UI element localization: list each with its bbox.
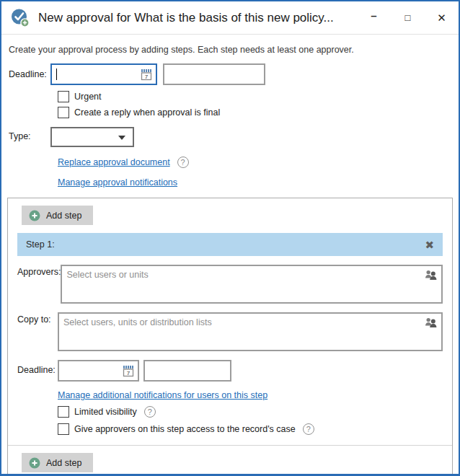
dialog-content: Create your approval process by adding s…: [1, 35, 459, 476]
approvers-input[interactable]: Select users or units: [61, 265, 443, 304]
deadline-date-input[interactable]: 7: [50, 63, 157, 85]
add-step-button-bottom[interactable]: Add step: [22, 453, 93, 472]
deadline-row: Deadline: 7: [9, 63, 453, 85]
intro-text: Create your approval process by adding s…: [9, 45, 453, 55]
text-caret: [56, 69, 57, 80]
step-deadline-date-input[interactable]: 7: [58, 360, 139, 382]
maximize-button[interactable]: □: [391, 1, 425, 34]
minimize-button[interactable]: –: [357, 1, 391, 34]
case-access-checkbox[interactable]: [58, 423, 69, 435]
copy-to-input[interactable]: Select users, units or distribution list…: [58, 312, 443, 351]
step-1-header: Step 1: ✖: [17, 233, 443, 256]
help-icon[interactable]: ?: [303, 423, 314, 435]
close-button[interactable]: ✕: [425, 1, 459, 34]
case-access-label: Give approvers on this step access to th…: [74, 424, 296, 434]
chevron-down-icon: [118, 136, 125, 140]
urgent-row: Urgent: [58, 91, 453, 102]
step-1-title: Step 1:: [26, 239, 55, 250]
replace-document-row: Replace approval document ?: [58, 157, 453, 168]
help-icon[interactable]: ?: [177, 157, 189, 168]
copy-to-label: Copy to:: [17, 312, 58, 351]
create-reply-label: Create a reply when approval is final: [74, 107, 220, 118]
manage-step-notifications-link[interactable]: Manage additional notifications for user…: [58, 390, 267, 400]
add-icon: [29, 457, 40, 469]
add-icon: [29, 210, 40, 221]
step-deadline-row: Deadline: 7: [17, 360, 443, 382]
step-deadline-label: Deadline:: [17, 360, 58, 382]
steps-panel: Add step Step 1: ✖ Approvers: Select use…: [7, 198, 453, 476]
type-dropdown[interactable]: [50, 127, 134, 147]
new-approval-dialog: New approval for What is the basis of th…: [0, 0, 460, 476]
urgent-checkbox[interactable]: [58, 91, 69, 102]
calendar-icon[interactable]: 7: [140, 69, 153, 83]
people-picker-icon[interactable]: [424, 317, 438, 330]
type-label: Type:: [9, 127, 50, 141]
add-step-button-top[interactable]: Add step: [22, 206, 93, 225]
create-reply-checkbox[interactable]: [58, 107, 69, 118]
add-step-label: Add step: [46, 211, 81, 221]
people-picker-icon[interactable]: [424, 269, 438, 283]
manage-approval-notifications-link[interactable]: Manage approval notifications: [58, 177, 177, 188]
manage-notifications-row: Manage approval notifications: [58, 177, 453, 188]
svg-text:7: 7: [127, 370, 131, 376]
help-icon[interactable]: ?: [144, 406, 156, 418]
replace-approval-document-link[interactable]: Replace approval document: [58, 157, 170, 167]
step-notifications-row: Manage additional notifications for user…: [58, 390, 443, 400]
approval-app-icon: [10, 8, 30, 27]
type-row: Type:: [9, 127, 453, 147]
case-access-row: Give approvers on this step access to th…: [58, 423, 443, 435]
window-controls: – □ ✕: [357, 1, 459, 34]
approvers-row: Approvers: Select users or units: [17, 265, 443, 304]
copy-to-placeholder: Select users, units or distribution list…: [63, 317, 212, 327]
copy-to-row: Copy to: Select users, units or distribu…: [17, 312, 443, 351]
limited-visibility-checkbox[interactable]: [58, 406, 69, 418]
window-title: New approval for What is the basis of th…: [38, 11, 357, 25]
deadline-label: Deadline:: [9, 63, 50, 79]
add-step-label: Add step: [46, 458, 81, 468]
svg-text:7: 7: [145, 74, 149, 80]
step-deadline-time-input[interactable]: [143, 360, 231, 382]
urgent-label: Urgent: [74, 92, 102, 102]
limited-visibility-row: Limited visibility ?: [58, 406, 443, 418]
deadline-time-input[interactable]: [163, 63, 265, 85]
panel-divider: [8, 445, 452, 446]
reply-row: Create a reply when approval is final: [58, 107, 453, 118]
calendar-icon[interactable]: 7: [122, 365, 135, 379]
remove-step-icon[interactable]: ✖: [425, 239, 434, 250]
approvers-label: Approvers:: [17, 265, 61, 304]
limited-visibility-label: Limited visibility: [74, 407, 137, 417]
title-bar: New approval for What is the basis of th…: [1, 1, 459, 35]
approvers-placeholder: Select users or units: [66, 270, 148, 280]
